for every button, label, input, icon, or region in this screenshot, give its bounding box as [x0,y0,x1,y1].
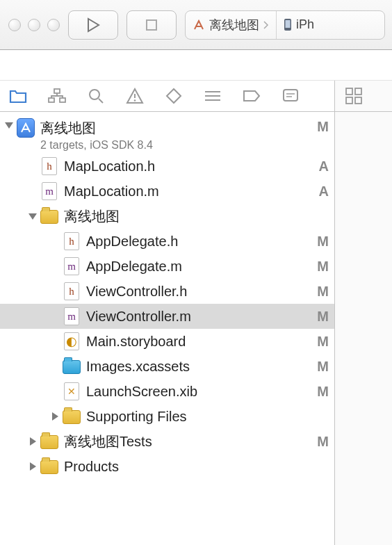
tree-item-label: MapLocation.m [64,184,313,200]
traffic-lights [7,19,60,31]
scm-status: M [311,434,329,450]
run-button[interactable] [68,10,118,40]
tree-item-label: MapLocation.h [64,158,313,174]
folder-icon [40,435,58,449]
test-navigator-tab[interactable] [163,85,185,107]
tree-item-label: Products [64,459,323,475]
tree-folder-row[interactable]: 离线地图TestsM [0,429,334,454]
storyboard-file-icon: ◐ [64,332,79,350]
gauge-icon [204,89,222,103]
find-navigator-tab[interactable] [85,85,107,107]
folder-icon [63,410,81,424]
scm-status: M [311,259,329,275]
scm-status: M [311,334,329,350]
header-file-icon: h [64,282,79,300]
project-subtitle: 2 targets, iOS SDK 8.4 [40,139,311,152]
scm-status: M [311,309,329,325]
svg-rect-4 [286,20,291,28]
scm-status: M [311,234,329,250]
impl-file-icon: m [42,182,57,200]
svg-rect-1 [147,20,156,30]
tree-item-label: AppDelegate.m [86,259,311,275]
disclosure-triangle-closed[interactable] [26,435,39,448]
scm-status: M [311,119,329,135]
hierarchy-icon [48,88,66,104]
svg-point-8 [90,90,99,99]
tree-item-label: 离线地图Tests [64,432,311,451]
tree-file-row[interactable]: ◐Main.storyboardM [0,329,334,354]
navigator-tabs [0,81,334,112]
stop-icon [145,19,158,31]
svg-rect-5 [54,89,60,93]
disclosure-triangle-closed[interactable] [26,460,39,473]
issue-navigator-tab[interactable] [124,85,146,107]
scm-status: M [311,284,329,300]
minimize-window-button[interactable] [28,19,40,31]
tree-file-row[interactable]: hAppDelegate.hM [0,229,334,254]
tree-file-row[interactable]: ✕LaunchScreen.xibM [0,379,334,404]
impl-file-icon: m [64,307,79,325]
symbol-navigator-tab[interactable] [46,85,68,107]
scheme-device-label: iPh [296,17,314,32]
scheme-device[interactable]: iPh [276,11,321,39]
diamond-icon [165,88,182,104]
scm-status: A [313,158,329,174]
scheme-selector[interactable]: 离线地图 iPh [185,10,385,40]
disclosure-triangle-closed[interactable] [49,410,61,423]
stop-button[interactable] [126,10,177,40]
folder-icon [40,460,58,474]
editor-area [335,81,392,545]
svg-rect-6 [49,98,54,102]
file-tree[interactable]: 离线地图2 targets, iOS SDK 8.4MhMapLocation.… [0,112,334,545]
tree-item-label: 离线地图 [64,207,323,226]
disclosure-triangle-open[interactable] [3,119,15,131]
assets-folder-icon [63,360,81,374]
project-name: 离线地图 [40,119,311,138]
target-icon [193,19,205,31]
project-root-row[interactable]: 离线地图2 targets, iOS SDK 8.4M [0,116,334,154]
close-window-button[interactable] [8,19,21,31]
header-file-icon: h [42,157,57,175]
tree-file-row[interactable]: mMapLocation.mA [0,179,334,204]
svg-rect-15 [284,90,297,101]
tree-file-row[interactable]: mViewController.mM [0,304,334,329]
tree-file-row[interactable]: hMapLocation.hA [0,154,334,179]
tree-folder-row[interactable]: Images.xcassetsM [0,354,334,379]
tree-folder-row[interactable]: Supporting Files [0,404,334,429]
xib-file-icon: ✕ [64,382,79,400]
related-items-icon [345,87,363,105]
debug-navigator-tab[interactable] [202,85,224,107]
breakpoint-navigator-tab[interactable] [240,85,263,107]
svg-rect-21 [346,97,352,104]
svg-rect-20 [355,88,361,95]
project-icon [17,118,35,138]
editor-jump-bar[interactable] [335,81,392,112]
chevron-right-icon [263,21,269,29]
project-navigator-tab[interactable] [7,85,29,107]
toolbar-spacer [0,50,392,81]
tree-file-row[interactable]: mAppDelegate.mM [0,254,334,279]
zoom-window-button[interactable] [47,19,60,31]
tree-item-label: LaunchScreen.xib [86,384,311,400]
tree-folder-row[interactable]: 离线地图 [0,204,334,229]
play-icon [86,17,100,33]
svg-point-11 [134,99,136,101]
tree-file-row[interactable]: hViewController.hM [0,279,334,304]
report-navigator-tab[interactable] [279,85,302,107]
tree-item-label: AppDelegate.h [86,234,311,250]
svg-rect-19 [346,88,352,95]
svg-rect-7 [60,98,65,102]
svg-rect-22 [355,97,361,104]
tree-item-label: Main.storyboard [86,334,311,350]
tree-item-label: Supporting Files [86,409,323,425]
tree-item-label: ViewController.h [86,284,311,300]
svg-marker-0 [88,19,99,31]
header-file-icon: h [64,232,79,250]
scheme-target[interactable]: 离线地图 [186,11,276,39]
disclosure-triangle-open[interactable] [26,210,39,222]
tree-folder-row[interactable]: Products [0,454,334,479]
folder-tab-icon [9,88,27,104]
device-icon [284,18,292,32]
breakpoint-icon [243,90,261,102]
scheme-target-label: 离线地图 [209,17,259,33]
